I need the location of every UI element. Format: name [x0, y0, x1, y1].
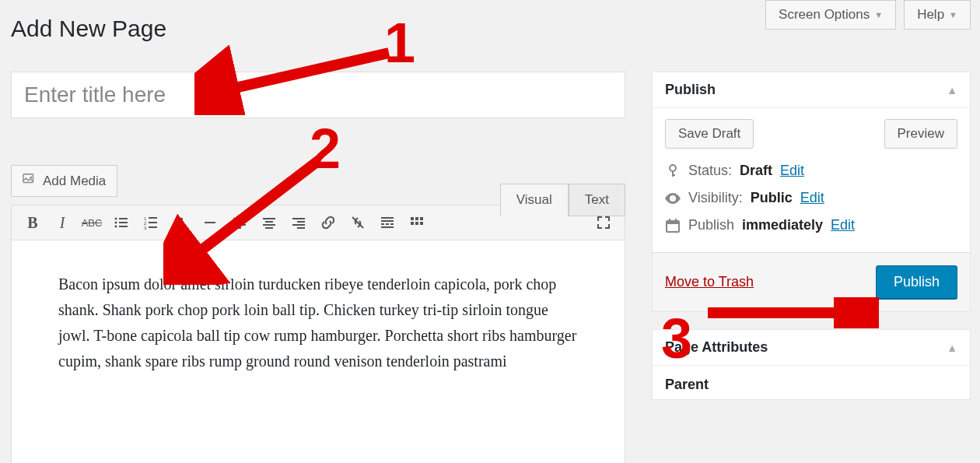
svg-rect-11	[149, 222, 157, 223]
align-right-button[interactable]	[285, 209, 312, 236]
svg-rect-46	[669, 219, 670, 223]
publish-button[interactable]: Publish	[876, 265, 957, 299]
hr-button[interactable]	[197, 209, 223, 236]
tab-text[interactable]: Text	[569, 184, 625, 216]
edit-status-link[interactable]: Edit	[780, 163, 804, 179]
svg-rect-18	[233, 227, 241, 229]
key-icon	[665, 164, 681, 178]
publish-date-value: immediately	[742, 217, 823, 233]
svg-text:3: 3	[144, 226, 147, 230]
add-media-label: Add Media	[43, 174, 106, 189]
add-media-button[interactable]: Add Media	[11, 165, 117, 197]
align-center-icon	[261, 215, 277, 230]
editor-text: Bacon ipsum dolor amet sirloin turducken…	[58, 272, 578, 374]
svg-rect-25	[292, 224, 305, 226]
svg-point-4	[115, 222, 117, 224]
align-right-icon	[291, 215, 306, 230]
strikethrough-button[interactable]: ABC	[79, 209, 105, 236]
svg-rect-17	[233, 224, 246, 226]
tab-visual[interactable]: Visual	[500, 184, 569, 216]
media-icon	[23, 172, 37, 190]
page-attributes-title: Page Attributes	[665, 339, 768, 356]
svg-point-43	[671, 197, 674, 200]
screen-options-button[interactable]: Screen Options ▼	[765, 0, 896, 30]
italic-button[interactable]: I	[49, 209, 75, 236]
svg-rect-28	[381, 217, 394, 219]
svg-rect-22	[265, 227, 273, 229]
link-button[interactable]	[315, 209, 341, 236]
svg-rect-32	[390, 223, 394, 225]
edit-date-link[interactable]: Edit	[831, 217, 855, 233]
svg-rect-19	[263, 218, 275, 219]
publish-date-label: Publish	[688, 217, 734, 233]
svg-rect-37	[411, 222, 414, 225]
toolbar-toggle-button[interactable]	[404, 209, 430, 236]
bulleted-list-button[interactable]	[108, 209, 135, 236]
svg-rect-20	[265, 221, 273, 223]
list-ol-icon: 123	[143, 215, 159, 230]
svg-rect-45	[667, 221, 679, 224]
save-draft-button[interactable]: Save Draft	[665, 119, 754, 149]
svg-point-1	[30, 177, 32, 179]
publish-box: Publish ▲ Save Draft Preview Status: Dra…	[652, 72, 971, 312]
collapse-toggle-icon[interactable]: ▲	[947, 342, 957, 354]
link-icon	[320, 215, 336, 230]
svg-rect-33	[381, 226, 394, 228]
visibility-value: Public	[751, 190, 793, 206]
svg-rect-26	[297, 227, 305, 229]
blockquote-button[interactable]	[167, 209, 194, 236]
strike-icon: ABC	[82, 217, 103, 229]
align-left-icon	[232, 215, 247, 230]
svg-point-6	[115, 226, 117, 228]
title-input[interactable]	[11, 72, 625, 118]
svg-rect-42	[672, 174, 675, 176]
kitchen-sink-icon	[409, 215, 425, 230]
svg-rect-47	[675, 219, 677, 223]
svg-point-40	[670, 165, 676, 171]
move-to-trash-link[interactable]: Move to Trash	[665, 274, 754, 290]
align-left-button[interactable]	[226, 209, 253, 236]
quote-icon	[173, 215, 188, 230]
parent-label: Parent	[653, 366, 970, 399]
unlink-icon	[350, 215, 366, 230]
help-button[interactable]: Help ▼	[904, 0, 971, 30]
svg-rect-14	[205, 222, 215, 223]
svg-rect-35	[415, 217, 418, 220]
list-ul-icon	[114, 215, 129, 230]
svg-rect-23	[292, 218, 305, 219]
eye-icon	[665, 193, 681, 204]
svg-rect-9	[149, 217, 157, 219]
svg-rect-3	[119, 218, 128, 219]
align-center-button[interactable]	[256, 209, 282, 236]
status-value: Draft	[740, 163, 772, 179]
svg-rect-7	[119, 226, 128, 227]
preview-button[interactable]: Preview	[884, 119, 957, 149]
svg-rect-29	[381, 220, 394, 222]
hr-icon	[202, 215, 218, 230]
svg-rect-36	[420, 217, 423, 220]
svg-point-2	[115, 218, 117, 220]
status-label: Status:	[688, 163, 732, 179]
read-more-button[interactable]	[374, 209, 401, 236]
svg-rect-13	[149, 226, 157, 228]
bold-button[interactable]: B	[19, 209, 46, 236]
svg-rect-30	[381, 223, 384, 225]
help-label: Help	[917, 7, 944, 23]
visibility-label: Visibility:	[688, 190, 743, 206]
edit-visibility-link[interactable]: Edit	[800, 190, 824, 206]
editor-body[interactable]: Bacon ipsum dolor amet sirloin turducken…	[11, 240, 625, 463]
svg-rect-21	[263, 224, 275, 226]
svg-rect-39	[420, 222, 423, 225]
numbered-list-button[interactable]: 123	[138, 209, 164, 236]
page-attributes-box: Page Attributes ▲ Parent	[652, 329, 971, 400]
collapse-toggle-icon[interactable]: ▲	[947, 84, 957, 96]
unlink-button[interactable]	[345, 209, 371, 236]
chevron-down-icon: ▼	[949, 10, 957, 19]
svg-rect-34	[411, 217, 414, 220]
chevron-down-icon: ▼	[874, 10, 883, 19]
svg-rect-31	[386, 223, 389, 225]
svg-rect-24	[297, 221, 305, 223]
fullscreen-icon	[596, 215, 611, 230]
more-icon	[380, 215, 395, 230]
svg-rect-5	[119, 222, 128, 223]
